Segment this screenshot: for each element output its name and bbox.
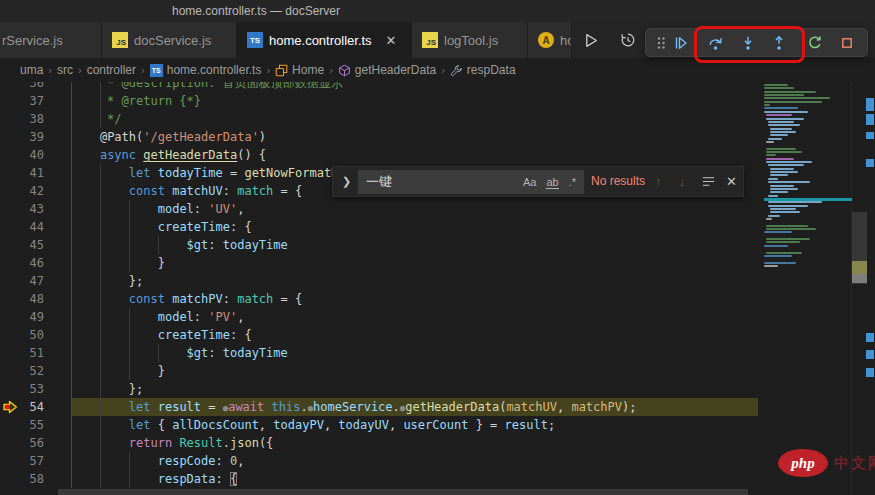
- overview-ruler-currentline-mark: [852, 261, 867, 274]
- timeline-history-button[interactable]: [618, 30, 638, 50]
- breadcrumb-item-src[interactable]: src: [57, 63, 73, 77]
- overview-ruler-mark: [866, 159, 874, 167]
- line-number[interactable]: 37: [0, 92, 44, 110]
- minimap-row: [766, 114, 792, 116]
- line-number[interactable]: 40: [0, 146, 44, 164]
- code-line-49[interactable]: 49 model: 'PV',: [0, 308, 758, 326]
- code-line-55[interactable]: 55 let { allDocsCount, todayPV, todayUV,…: [0, 416, 758, 434]
- line-number[interactable]: 48: [0, 290, 44, 308]
- line-number[interactable]: 42: [0, 182, 44, 200]
- find-input[interactable]: [366, 170, 496, 194]
- line-number[interactable]: 53: [0, 380, 44, 398]
- code-editor[interactable]: 36 * @description: 首页面板顶部数据显示37 * @retur…: [0, 82, 875, 495]
- debug-restart-button[interactable]: [804, 29, 826, 56]
- minimap-row: [768, 164, 804, 166]
- close-find-icon[interactable]: ✕: [726, 167, 737, 196]
- tab-docService-js[interactable]: JSdocService.js: [102, 22, 237, 58]
- debug-step-out-button[interactable]: [768, 29, 790, 56]
- tab-ho[interactable]: Aho: [528, 22, 572, 58]
- run-button[interactable]: [580, 30, 600, 50]
- code-text: }: [71, 254, 165, 272]
- line-number[interactable]: 43: [0, 200, 44, 218]
- line-number[interactable]: 45: [0, 236, 44, 254]
- code-text: createTime: {: [71, 326, 252, 344]
- debug-stop-button[interactable]: [836, 29, 858, 56]
- match-case-toggle[interactable]: Aa: [523, 176, 536, 188]
- find-in-selection-button[interactable]: [701, 174, 716, 193]
- minimap[interactable]: [758, 82, 852, 495]
- watermark: php 中文网: [778, 449, 875, 481]
- code-line-46[interactable]: 46 }: [0, 254, 758, 272]
- close-tab-icon[interactable]: ✕: [386, 33, 397, 48]
- breadcrumb-item-getHeaderData[interactable]: getHeaderData: [338, 63, 436, 77]
- code-line-51[interactable]: 51 $gt: todayTime: [0, 344, 758, 362]
- code-line-44[interactable]: 44 createTime: {: [0, 218, 758, 236]
- minimap-row: [770, 191, 788, 193]
- breadcrumb-label: src: [57, 63, 73, 77]
- code-line-57[interactable]: 57 respCode: 0,: [0, 452, 758, 470]
- line-number[interactable]: 50: [0, 326, 44, 344]
- breadcrumb-item-controller[interactable]: controller: [87, 63, 136, 77]
- next-match-button[interactable]: ↓: [679, 167, 686, 196]
- minimap-row: [770, 171, 798, 173]
- line-number[interactable]: 38: [0, 110, 44, 128]
- line-number[interactable]: 56: [0, 434, 44, 452]
- breadcrumb-item-home-controller-ts[interactable]: TShome.controller.ts: [150, 63, 262, 77]
- code-line-39[interactable]: 39 @Path('/getHeaderData'): [0, 128, 758, 146]
- minimap-border: [851, 82, 852, 495]
- debug-step-into-button[interactable]: [737, 29, 759, 56]
- code-line-54[interactable]: 54 let result = ●await this.●homeService…: [0, 398, 758, 416]
- minimap-row: [770, 185, 794, 187]
- vscode-window: home.controller.ts — docServer rService.…: [0, 0, 875, 495]
- tab-logTool-js[interactable]: JSlogTool.js: [412, 22, 528, 58]
- code-line-53[interactable]: 53 };: [0, 380, 758, 398]
- minimap-row: [764, 111, 808, 113]
- line-number[interactable]: 49: [0, 308, 44, 326]
- line-number[interactable]: 58: [0, 470, 44, 488]
- drag-grip[interactable]: [650, 29, 672, 56]
- code-line-56[interactable]: 56 return Result.json({: [0, 434, 758, 452]
- line-number[interactable]: 52: [0, 362, 44, 380]
- line-number[interactable]: 47: [0, 272, 44, 290]
- code-line-43[interactable]: 43 model: 'UV',: [0, 200, 758, 218]
- code-line-38[interactable]: 38 */: [0, 110, 758, 128]
- code-line-40[interactable]: 40 async getHeaderData() {: [0, 146, 758, 164]
- code-line-52[interactable]: 52 }: [0, 362, 758, 380]
- breadcrumb-item-uma[interactable]: uma: [20, 63, 43, 77]
- code-line-36[interactable]: 36 * @description: 首页面板顶部数据显示: [0, 82, 758, 92]
- debug-continue-button[interactable]: [670, 29, 692, 56]
- line-number[interactable]: 44: [0, 218, 44, 236]
- regex-toggle[interactable]: .*: [569, 176, 576, 188]
- line-number[interactable]: 36: [0, 82, 44, 92]
- code-line-37[interactable]: 37 * @return {*}: [0, 92, 758, 110]
- code-line-45[interactable]: 45 $gt: todayTime: [0, 236, 758, 254]
- code-line-50[interactable]: 50 createTime: {: [0, 326, 758, 344]
- line-number[interactable]: 51: [0, 344, 44, 362]
- code-line-48[interactable]: 48 const matchPV: match = {: [0, 290, 758, 308]
- debug-step-over-button[interactable]: [704, 29, 726, 56]
- minimap-row: [766, 241, 800, 243]
- code-line-58[interactable]: 58 respData: {: [0, 470, 758, 488]
- line-number[interactable]: 55: [0, 416, 44, 434]
- code-line-47[interactable]: 47 };: [0, 272, 758, 290]
- line-number[interactable]: 57: [0, 452, 44, 470]
- tab-home-controller-ts[interactable]: TShome.controller.ts✕: [237, 22, 412, 58]
- breadcrumb-item-Home[interactable]: Home: [275, 63, 324, 77]
- line-number[interactable]: 46: [0, 254, 44, 272]
- minimap-row: [764, 94, 804, 96]
- minimap-row: [770, 128, 792, 130]
- breadcrumb-separator: ›: [78, 64, 82, 76]
- line-number[interactable]: 41: [0, 164, 44, 182]
- toggle-replace-chevron-icon[interactable]: ❯: [342, 167, 351, 196]
- tab-rService-js[interactable]: rService.js: [0, 22, 102, 58]
- line-number[interactable]: 39: [0, 128, 44, 146]
- whole-word-toggle[interactable]: ab: [546, 176, 558, 189]
- horizontal-scrollbar[interactable]: [58, 489, 748, 495]
- code-text: model: 'UV',: [71, 200, 244, 218]
- overview-ruler-mark: [866, 368, 874, 377]
- previous-match-button[interactable]: ↑: [655, 167, 662, 196]
- breadcrumb-item-respData[interactable]: respData: [450, 63, 516, 77]
- minimap-row: [766, 151, 802, 153]
- code-text: let result = ●await this.●homeService.●g…: [71, 398, 636, 417]
- js-file-icon: JS: [112, 32, 128, 48]
